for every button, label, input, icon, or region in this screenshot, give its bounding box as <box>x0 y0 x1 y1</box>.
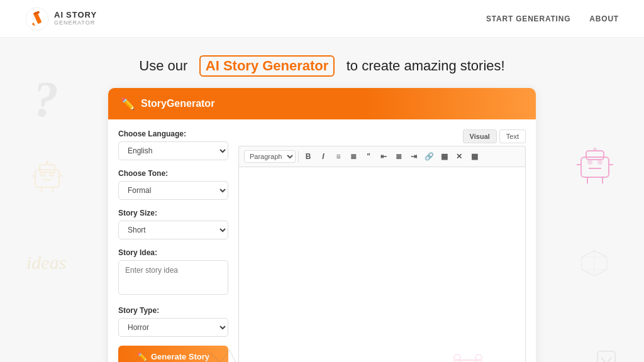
media-button[interactable]: ▦ <box>467 150 481 163</box>
svg-rect-17 <box>581 157 609 177</box>
type-label: Story Type: <box>118 306 228 315</box>
logo: AI STORY GENERATOR <box>25 7 97 31</box>
language-group: Choose Language: English Spanish French … <box>118 129 228 160</box>
deco-dropdown-arrow <box>596 350 616 362</box>
logo-generator-text: GENERATOR <box>54 20 97 26</box>
bold-button[interactable]: B <box>301 150 315 163</box>
deco-robot-right <box>574 145 616 194</box>
pencil-btn-icon: ✏️ <box>137 352 147 361</box>
blockquote-button[interactable]: " <box>362 150 375 163</box>
editor-toolbar: Paragraph B I ≡ ≣ " ⇤ ≣ ⇥ 🔗 ▦ ✕ ▦ <box>238 146 526 167</box>
svg-rect-5 <box>35 170 59 187</box>
hero-section: Use our AI Story Generator to create ama… <box>0 38 644 88</box>
language-label: Choose Language: <box>118 129 228 138</box>
card-body: Choose Language: English Spanish French … <box>108 119 536 362</box>
svg-marker-27 <box>582 251 607 276</box>
table-button[interactable]: ▦ <box>437 150 451 163</box>
paragraph-select[interactable]: Paragraph <box>244 150 296 163</box>
size-label: Story Size: <box>118 209 228 217</box>
svg-point-10 <box>50 172 53 176</box>
align-center-button[interactable]: ≣ <box>392 150 406 163</box>
align-right-button[interactable]: ⇥ <box>407 150 421 163</box>
right-panel: Visual Text Paragraph B I ≡ ≣ " ⇤ ≣ ⇥ 🔗 … <box>238 129 526 362</box>
logo-text: AI STORY GENERATOR <box>54 11 97 26</box>
story-generator-card: ✏️ StoryGenerator Choose Language: Engli… <box>108 88 536 362</box>
svg-point-21 <box>597 160 602 165</box>
svg-point-20 <box>587 160 592 165</box>
tone-label: Choose Tone: <box>118 169 228 178</box>
pencil-icon: ✏️ <box>121 97 135 111</box>
generate-story-button[interactable]: ✏️ Generate Story <box>118 346 228 362</box>
logo-story-text: STORY <box>66 11 97 19</box>
type-group: Story Type: Horror Romance Adventure Fan… <box>118 306 228 337</box>
story-idea-input[interactable] <box>118 260 228 295</box>
generate-btn-label: Generate Story <box>151 352 209 361</box>
svg-rect-6 <box>40 165 55 172</box>
svg-rect-18 <box>586 151 604 160</box>
text-mode-button[interactable]: Text <box>499 129 526 143</box>
ordered-list-button[interactable]: ≣ <box>347 150 360 163</box>
visual-mode-button[interactable]: Visual <box>463 129 497 143</box>
clear-button[interactable]: ✕ <box>452 150 466 163</box>
hero-highlight: AI Story Generator <box>199 55 335 77</box>
svg-text:ideas: ideas <box>26 252 66 273</box>
left-panel: Choose Language: English Spanish French … <box>118 129 228 362</box>
logo-icon <box>25 7 49 31</box>
idea-label: Story Idea: <box>118 248 228 257</box>
logo-ai-text: AI <box>54 11 64 19</box>
language-select[interactable]: English Spanish French German <box>118 141 228 160</box>
align-left-button[interactable]: ⇤ <box>377 150 391 163</box>
nav-start-generating[interactable]: START GENERATING <box>486 14 570 23</box>
nav-links: START GENERATING ABOUT <box>486 14 619 23</box>
story-output-area[interactable] <box>238 167 526 362</box>
svg-point-8 <box>46 161 48 163</box>
type-select[interactable]: Horror Romance Adventure Fantasy Sci-Fi <box>118 318 228 337</box>
tone-group: Choose Tone: Formal Casual Humorous Dram… <box>118 169 228 200</box>
size-select[interactable]: Short Medium Long <box>118 221 228 239</box>
size-group: Story Size: Short Medium Long <box>118 209 228 239</box>
tone-select[interactable]: Formal Casual Humorous Dramatic <box>118 181 228 200</box>
hero-suffix: to create amazing stories! <box>347 58 505 74</box>
link-button[interactable]: 🔗 <box>422 150 436 163</box>
card-title: StoryGenerator <box>141 98 214 109</box>
navbar: AI STORY GENERATOR START GENERATING ABOU… <box>0 0 644 38</box>
svg-point-9 <box>41 172 45 176</box>
italic-button[interactable]: I <box>316 150 330 163</box>
unordered-list-button[interactable]: ≡ <box>331 150 345 163</box>
deco-ideas-text: ideas <box>25 245 82 279</box>
toolbar-divider-1 <box>298 151 299 162</box>
svg-rect-36 <box>597 351 615 362</box>
hero-prefix: Use our <box>139 58 187 74</box>
card-header: ✏️ StoryGenerator <box>108 88 536 119</box>
editor-mode-toolbar: Visual Text <box>238 129 526 143</box>
deco-robot-left <box>29 158 65 197</box>
nav-about[interactable]: ABOUT <box>589 14 619 23</box>
idea-group: Story Idea: <box>118 248 228 297</box>
deco-cube <box>579 248 609 281</box>
svg-point-19 <box>593 148 597 151</box>
